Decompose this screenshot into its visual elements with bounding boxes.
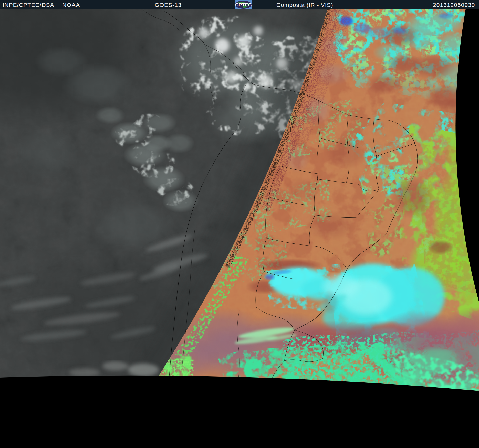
svg-text:201312050930: 201312050930 [433, 2, 475, 8]
svg-text:Composta (IR - VIS): Composta (IR - VIS) [276, 2, 333, 8]
svg-text:GOES-13: GOES-13 [155, 2, 182, 8]
svg-text:CPTEC: CPTEC [235, 2, 252, 7]
svg-text:NOAA: NOAA [62, 2, 80, 8]
svg-text:INPE/CPTEC/DSA: INPE/CPTEC/DSA [3, 2, 54, 8]
